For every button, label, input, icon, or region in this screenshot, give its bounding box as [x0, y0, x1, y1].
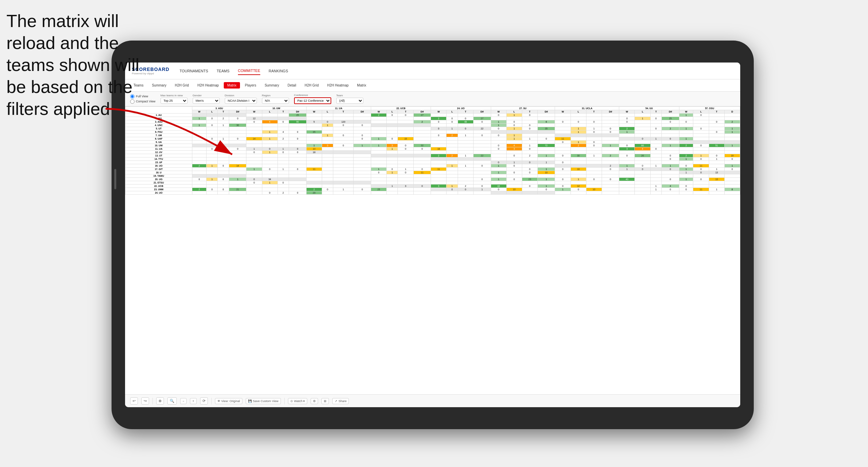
sub-nav-h2h-grid1[interactable]: H2H Grid	[171, 82, 192, 89]
matrix-cell: 2	[192, 164, 207, 168]
matrix-cell	[333, 154, 354, 157]
matrix-cell: 0	[458, 188, 473, 191]
sub-nav-h2h-grid2[interactable]: H2H Grid	[301, 82, 322, 89]
matrix-cell: 1	[246, 147, 262, 151]
toolbar-zoom-plus[interactable]: +	[190, 398, 196, 404]
toolbar-options[interactable]: ⚙	[311, 398, 318, 404]
toolbar-save-custom[interactable]: 💾 Save Custom View	[246, 398, 281, 404]
matrix-cell	[431, 181, 447, 185]
matrix-cell	[458, 174, 473, 178]
matrix-cell	[206, 171, 217, 174]
matrix-cell	[619, 188, 635, 191]
matrix-cell	[473, 141, 491, 144]
toolbar-refresh[interactable]: ⟳	[200, 397, 208, 404]
sh-osu-l: L	[693, 110, 709, 114]
matrix-cell	[693, 130, 709, 134]
matrix-cell	[262, 127, 278, 130]
sub-nav-detail[interactable]: Detail	[284, 82, 300, 89]
matrix-cell	[398, 157, 413, 161]
matrix-cell: 0	[192, 178, 207, 181]
matrix-cell	[398, 134, 413, 137]
toolbar-add[interactable]: ⊕	[156, 397, 164, 404]
filter-max-teams-select[interactable]: Top 25	[161, 98, 188, 104]
matrix-cell: 1	[218, 124, 229, 127]
toolbar-undo[interactable]: ↩	[130, 397, 138, 404]
matrix-cell	[229, 174, 246, 178]
matrix-content[interactable]: 3. ASU 10. UW 11. UA 22. UCB 24. UO 27. …	[125, 106, 740, 394]
matrix-cell	[458, 124, 473, 127]
toolbar-view-original[interactable]: 👁 View: Original	[215, 398, 242, 404]
filter-gender: Gender Men's	[193, 94, 220, 104]
matrix-cell	[431, 164, 447, 168]
nav-rankings[interactable]: RANKINGS	[269, 67, 288, 75]
toolbar-grid[interactable]: ⊞	[321, 398, 329, 404]
matrix-cell	[473, 151, 491, 154]
filter-conference-select[interactable]: Pac-12 Conference	[294, 97, 331, 104]
matrix-cell	[206, 157, 217, 161]
toolbar-redo[interactable]: ↪	[141, 397, 149, 404]
matrix-cell	[387, 191, 398, 195]
matrix-cell: 11	[431, 168, 447, 171]
matrix-cell	[555, 181, 571, 185]
matrix-cell: 0	[491, 127, 506, 130]
matrix-cell	[709, 137, 724, 141]
sub-nav-summary2[interactable]: Summary	[261, 82, 283, 89]
toolbar-search[interactable]: 🔍	[167, 397, 177, 404]
sub-nav-summary1[interactable]: Summary	[148, 82, 170, 89]
sub-nav-matrix2[interactable]: Matrix	[354, 82, 369, 89]
table-row: 8. UAF0101412001015110110101	[125, 137, 740, 141]
sub-nav-h2h-heatmap2[interactable]: H2H Heatmap	[324, 82, 352, 89]
filter-team-select[interactable]: (All)	[336, 98, 363, 104]
sub-nav-h2h-heatmap1[interactable]: H2H Heatmap	[194, 82, 222, 89]
toolbar-share[interactable]: ↗ Share	[332, 398, 349, 404]
table-row: 1. AU252002701010	[125, 114, 740, 117]
matrix-cell: 0	[473, 185, 491, 188]
matrix-cell	[431, 137, 447, 141]
nav-teams[interactable]: TEAMS	[217, 67, 230, 75]
matrix-cell	[262, 124, 278, 127]
matrix-cell	[398, 154, 413, 157]
matrix-cell	[506, 151, 522, 154]
matrix-cell: 11	[555, 137, 571, 141]
toolbar-zoom-minus[interactable]: −	[180, 398, 187, 404]
filter-division-select[interactable]: NCAA Division I	[225, 98, 257, 104]
matrix-cell	[458, 157, 473, 161]
matrix-cell	[333, 114, 354, 117]
matrix-cell	[586, 191, 602, 195]
filter-region-select[interactable]: N/A	[262, 98, 289, 104]
matrix-cell	[398, 117, 413, 120]
table-row: 5. UT0102201035110202101	[125, 127, 740, 130]
nav-committee[interactable]: COMMITTEE	[238, 67, 260, 75]
row-label: 8. UAF	[125, 137, 192, 141]
matrix-cell: 0	[229, 147, 246, 151]
sub-nav-players[interactable]: Players	[242, 82, 260, 89]
matrix-cell	[218, 130, 229, 134]
nav-tournaments[interactable]: TOURNAMENTS	[179, 67, 208, 75]
matrix-cell	[724, 185, 740, 188]
matrix-cell: 1	[192, 117, 207, 120]
matrix-cell: 0	[262, 191, 278, 195]
matrix-cell: 2	[218, 117, 229, 120]
matrix-cell: 0	[322, 120, 333, 124]
matrix-cell	[491, 151, 506, 154]
nav-items: TOURNAMENTS TEAMS COMMITTEE RANKINGS	[179, 67, 288, 75]
sub-nav-matrix1[interactable]: Matrix	[224, 82, 240, 89]
matrix-cell: 1	[447, 127, 458, 130]
matrix-cell: 10	[537, 171, 555, 174]
matrix-cell	[278, 164, 289, 168]
matrix-cell	[650, 141, 661, 144]
matrix-cell: 0	[246, 120, 262, 124]
matrix-cell	[491, 117, 506, 120]
matrix-cell	[537, 181, 555, 185]
filter-gender-select[interactable]: Men's	[193, 98, 220, 104]
matrix-cell	[192, 171, 207, 174]
matrix-cell	[619, 134, 635, 137]
matrix-cell	[322, 127, 333, 130]
row-label: 11. UA	[125, 147, 192, 151]
matrix-cell	[447, 171, 458, 174]
matrix-cell	[650, 144, 661, 147]
matrix-cell	[333, 191, 354, 195]
matrix-cell: 0	[278, 181, 289, 185]
toolbar-watch[interactable]: ⊙ Watch ▾	[288, 398, 308, 404]
matrix-cell: 2	[431, 154, 447, 157]
